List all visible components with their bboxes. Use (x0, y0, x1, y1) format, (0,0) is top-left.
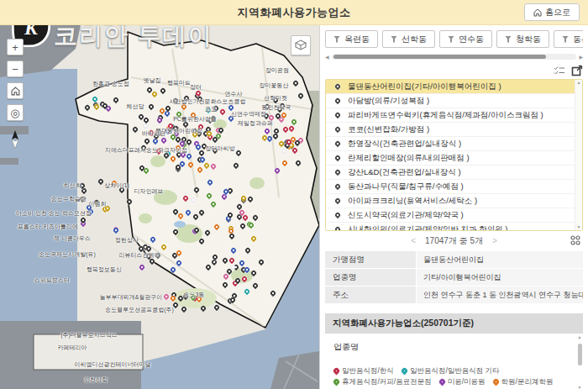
grid-view-icon[interactable] (570, 235, 580, 247)
list-item-label: 파리바게뜨연수럭키(휴게음식점/제과점/아이스크림점 ) (348, 110, 543, 121)
tab-선학동[interactable]: 선학동 (382, 30, 435, 48)
tab-옥련동[interactable]: 옥련동 (325, 30, 378, 48)
prev-page-button[interactable]: < (411, 236, 416, 245)
page-title: 지역화폐사용가능업소 (238, 5, 351, 20)
scroll-down-icon[interactable]: ▼ (578, 386, 582, 389)
next-page-button[interactable]: > (492, 236, 497, 245)
header: 지역화폐사용가능업소 홈으로 (0, 0, 588, 25)
zoom-in-button[interactable]: + (7, 39, 24, 55)
list-item-label: 란제리할인매장(의류/내의판매점 ) (348, 153, 470, 164)
legend-items: 일반음식점/한식일반음식점/일반음식점 기타휴게음식점/커피/음료전문점미용/미… (333, 365, 571, 389)
legend-pin-icon (400, 366, 408, 375)
legend-item: 휴게음식점/커피/음료전문점 (333, 376, 432, 386)
tab-동춘동[interactable]: 동춘동 (554, 30, 583, 48)
list-item[interactable]: 아담방(의류/기성복점 ) (326, 94, 575, 108)
home-icon (533, 8, 542, 17)
scroll-down-icon[interactable]: ▼ (577, 225, 581, 229)
map-canvas[interactable]: 한흥관 송도점옛날집행복마트장터연수사장미공원장미꽃동산선학마켓동인천약국사단법… (0, 25, 319, 389)
list-item-label: 물댄동산어린이집(기타/아이행복어린이집 ) (348, 81, 501, 92)
pond (174, 221, 186, 228)
zoom-out-button[interactable]: − (7, 60, 24, 77)
legend-label: 일반음식점/일반음식점 기타 (410, 365, 500, 376)
list-item[interactable]: 물댄동산어린이집(기타/아이행복어린이집 ) (326, 80, 575, 94)
home-button[interactable]: 홈으로 (524, 3, 580, 21)
details-row: 주소인천 연수구 동춘 1 동 인천광역시 연수구 청능대로 38 (325, 286, 583, 303)
legend-pin-icon (438, 377, 446, 386)
expand-icon[interactable] (571, 65, 583, 76)
details-value: 물댄동산어린이집 (417, 251, 583, 268)
legend-subtitle: 업종명 (333, 341, 571, 353)
tab-label: 옥련동 (344, 34, 370, 45)
compass-needle[interactable] (7, 129, 24, 150)
scroll-up-icon[interactable]: ▲ (578, 335, 582, 339)
business-list: 물댄동산어린이집(기타/아이행복어린이집 )아담방(의류/기성복점 )파리바게뜨… (326, 80, 575, 231)
business-list-panel: 물댄동산어린이집(기타/아이행복어린이집 )아담방(의류/기성복점 )파리바게뜨… (325, 79, 583, 231)
pin-icon (334, 169, 341, 176)
tab-label: 연수동 (459, 34, 484, 45)
legend-item: 일반음식점/일반음식점 기타 (402, 365, 500, 376)
home-icon (11, 87, 20, 96)
filter-icon (562, 36, 569, 43)
map-controls: + − ◎ (7, 39, 24, 150)
list-item[interactable]: 파리바게뜨연수럭키(휴게음식점/제과점/아이스크림점 ) (326, 108, 575, 123)
pin-icon (334, 83, 341, 90)
scroll-up-icon[interactable]: ▲ (577, 81, 581, 85)
district-tabs: 옥련동선학동연수동청학동동춘동송도동 (325, 29, 583, 52)
details-row: 가맹점명물댄동산어린이집 (325, 251, 583, 268)
pin-icon (334, 155, 341, 161)
list-item[interactable]: 한영장식(건축관련업/실내장식 ) (326, 137, 575, 151)
list-item[interactable]: 란제리할인매장(의류/내의판매점 ) (326, 151, 575, 166)
compass-icon (10, 130, 20, 149)
home-button-label: 홈으로 (545, 7, 570, 18)
checklist-icon[interactable] (554, 66, 565, 75)
logo-letter: K (24, 25, 39, 39)
tab-연수동[interactable]: 연수동 (439, 30, 492, 48)
legend-item: 일반음식점/한식 (333, 365, 394, 376)
tabs-scrollbar[interactable]: ◀ ▶ (325, 53, 583, 60)
list-scrollbar[interactable]: ▲ ▼ (575, 80, 582, 230)
list-item-label: 강산L&D(건축관련업/실내장식 ) (348, 167, 461, 178)
pin-icon (334, 112, 341, 118)
locate-button[interactable]: ◎ (7, 104, 24, 121)
layers-button[interactable] (291, 35, 311, 55)
layers-icon (295, 39, 307, 51)
pagination: < 17047개 중 5개 > (325, 231, 583, 250)
list-item-label: 한영장식(건축관련업/실내장식 ) (348, 139, 461, 150)
details-value: 인천 연수구 동춘 1 동 인천광역시 연수구 청능대로 38 (417, 286, 583, 303)
details-label: 가맹점명 (325, 251, 416, 268)
main-area: 한흥관 송도점옛날집행복마트장터연수사장미공원장미꽃동산선학마켓동인천약국사단법… (0, 25, 588, 389)
list-item[interactable]: 아이파크크리닝(용역서비스/세탁소 ) (326, 194, 575, 208)
filter-icon (505, 36, 512, 43)
map-base (0, 25, 319, 389)
tabs-scrollbar-thumb[interactable] (333, 55, 547, 59)
legend-scrollbar-thumb[interactable] (578, 344, 582, 365)
filter-icon (391, 36, 397, 43)
filter-icon (333, 36, 340, 43)
details-table: 가맹점명물댄동산어린이집업종명기타/아이행복어린이집주소인천 연수구 동춘 1 … (325, 251, 583, 303)
container-terminal (34, 334, 143, 370)
list-item[interactable]: 동산과나무(직물/침구류/수예점 ) (326, 180, 575, 194)
list-item[interactable]: 코코(신변잡화/가방점 ) (326, 123, 575, 137)
scroll-right-icon[interactable]: ▶ (579, 55, 583, 60)
details-label: 업종명 (325, 269, 416, 286)
list-item[interactable]: 신도시약국(의료기관/제약/약국 ) (326, 208, 575, 223)
legend-title: 지역화폐사용가능업소(250701기준) (325, 313, 583, 334)
list-toolbar (325, 63, 583, 77)
map-home-button[interactable] (7, 82, 24, 99)
legend-pin-icon (333, 366, 341, 375)
list-item-label: 아담방(의류/기성복점 ) (348, 96, 429, 107)
pin-icon (334, 126, 341, 133)
tab-label: 선학동 (402, 34, 427, 45)
scroll-left-icon[interactable]: ◀ (325, 55, 329, 60)
filter-icon (448, 36, 454, 43)
pin-icon (334, 97, 341, 104)
list-item-label: 코코(신변잡화/가방점 ) (348, 124, 429, 135)
tabs-scrollbar-track[interactable] (332, 54, 577, 60)
list-item[interactable]: 강산L&D(건축관련업/실내장식 ) (326, 166, 575, 180)
pagination-text: 17047개 중 5개 (425, 235, 483, 247)
legend-pin-icon (333, 377, 341, 386)
list-item[interactable]: 시내한의원(의료기관/제약/일반 치과 한의원 ) (326, 223, 575, 231)
legend-item: 학원/문리계학원 (493, 376, 554, 386)
legend-body: 업종명 일반음식점/한식일반음식점/일반음식점 기타휴게음식점/커피/음료전문점… (325, 334, 583, 389)
tab-청학동[interactable]: 청학동 (496, 30, 549, 48)
